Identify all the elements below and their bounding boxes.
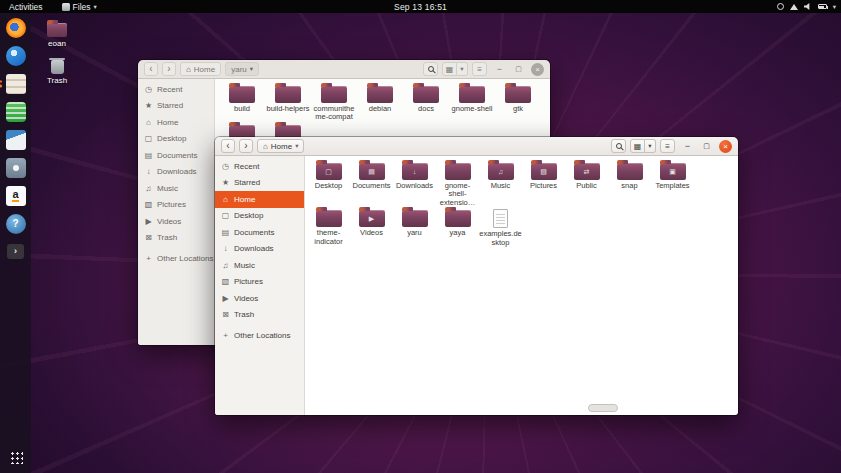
file-communitheme-compat[interactable]: communitheme-compat	[311, 83, 357, 122]
sidebar-item-label: Home	[157, 118, 178, 127]
file-examples-desktop[interactable]: examples.desktop	[479, 207, 522, 247]
file-theme-indicator[interactable]: theme-indicator	[307, 207, 350, 247]
sidebar-item-videos[interactable]: ▶ Videos	[215, 290, 304, 307]
sidebar-item-recent[interactable]: ◷ Recent	[215, 158, 304, 175]
dock-item-rhythmbox[interactable]	[5, 101, 26, 122]
sidebar-item-home[interactable]: ⌂ Home	[215, 191, 304, 208]
dock-item-ubuntu-software[interactable]	[5, 157, 26, 178]
dock-item-terminal[interactable]: ›	[5, 241, 26, 262]
sidebar-item-label: Trash	[234, 310, 254, 319]
folder-emblem-icon	[617, 163, 643, 180]
file-debian[interactable]: debian	[357, 83, 403, 122]
sidebar-item-downloads[interactable]: ↓ Downloads	[215, 241, 304, 258]
sidebar-item-starred[interactable]: ★ Starred	[215, 175, 304, 192]
folder-icon	[402, 210, 428, 227]
dock-item-firefox[interactable]	[5, 17, 26, 38]
sidebar-item-trash[interactable]: ⊠ Trash	[215, 307, 304, 324]
view-grid-button[interactable]: ▦	[630, 139, 645, 153]
sidebar-item-music[interactable]: ♫ Music	[215, 257, 304, 274]
app-menu-button[interactable]: Files ▾	[62, 2, 97, 12]
maximize-button[interactable]: ▢	[700, 140, 713, 153]
file-downloads[interactable]: ↓ Downloads	[393, 160, 436, 207]
path-current-button[interactable]: ⌂ Home ▾	[257, 139, 304, 153]
sidebar-item-label: Downloads	[234, 244, 274, 253]
headerbar[interactable]: ‹ › ⌂ Home ▾ ▦ ▾ ≡ − ▢ ×	[215, 137, 738, 156]
back-button[interactable]: ‹	[144, 62, 158, 76]
close-button[interactable]: ×	[719, 140, 732, 153]
sidebar-item-recent[interactable]: ◷ Recent	[138, 81, 214, 98]
sidebar-item-desktop[interactable]: ▢ Desktop	[138, 131, 214, 148]
file-label: yaru	[393, 229, 436, 237]
file-public[interactable]: ⇄ Public	[565, 160, 608, 207]
folder-emblem-icon: ♫	[488, 163, 514, 180]
file-gnome-shell-extensions[interactable]: gnome-shell-extensio…	[436, 160, 479, 207]
files-app-icon	[62, 3, 70, 11]
dock-item-help[interactable]: ?	[5, 213, 26, 234]
search-button[interactable]	[423, 62, 438, 76]
sidebar-item-other-locations[interactable]: + Other Locations	[215, 327, 304, 344]
folder-icon	[459, 86, 485, 103]
file-documents[interactable]: ▤ Documents	[350, 160, 393, 207]
activities-button[interactable]: Activities	[0, 0, 52, 13]
close-button[interactable]: ×	[531, 63, 544, 76]
minimize-button[interactable]: −	[681, 140, 694, 153]
search-button[interactable]	[611, 139, 626, 153]
show-applications-button[interactable]	[5, 446, 26, 467]
dock-item-libreoffice-writer[interactable]	[5, 129, 26, 150]
sidebar-item-music[interactable]: ♫ Music	[138, 180, 214, 197]
sidebar-item-icon: ↓	[144, 167, 153, 176]
folder-emblem-icon: ⇄	[574, 163, 600, 180]
sidebar-item-downloads[interactable]: ↓ Downloads	[138, 164, 214, 181]
sidebar-item-documents[interactable]: ▤ Documents	[138, 147, 214, 164]
view-grid-button[interactable]: ▦	[442, 62, 457, 76]
clock[interactable]: Sep 13 16:51	[394, 2, 447, 12]
file-desktop[interactable]: ▢ Desktop	[307, 160, 350, 207]
app-grid-icon	[9, 450, 23, 464]
sidebar-item-desktop[interactable]: ▢ Desktop	[215, 208, 304, 225]
file-templates[interactable]: ▣ Templates	[651, 160, 694, 207]
file-gnome-shell[interactable]: gnome-shell	[449, 83, 495, 122]
back-button[interactable]: ‹	[221, 139, 235, 153]
file-label: gnome-shell	[449, 105, 495, 113]
minimize-button[interactable]: −	[493, 63, 506, 76]
sidebar-item-other-locations[interactable]: + Other Locations	[138, 250, 214, 267]
maximize-button[interactable]: ▢	[512, 63, 525, 76]
headerbar[interactable]: ‹ › ⌂ Home yaru ▾ ▦ ▾ ≡ − ▢ ×	[138, 60, 550, 79]
view-options-button[interactable]: ▾	[457, 62, 468, 76]
file-docs[interactable]: docs	[403, 83, 449, 122]
sidebar-item-label: Videos	[234, 294, 258, 303]
sidebar-item-documents[interactable]: ▤ Documents	[215, 224, 304, 241]
sidebar-item-icon: ♫	[221, 261, 230, 270]
sidebar-item-label: Recent	[157, 85, 182, 94]
dock-item-thunderbird[interactable]	[5, 45, 26, 66]
file-pictures[interactable]: ▧ Pictures	[522, 160, 565, 207]
dock-item-amazon[interactable]: a	[5, 185, 26, 206]
file-gtk[interactable]: gtk	[495, 83, 541, 122]
file-label: Downloads	[393, 182, 436, 190]
sidebar-item-pictures[interactable]: ▧ Pictures	[215, 274, 304, 291]
menu-button[interactable]: ≡	[660, 139, 675, 153]
path-current-button[interactable]: yaru ▾	[225, 62, 259, 76]
sidebar-item-pictures[interactable]: ▧ Pictures	[138, 197, 214, 214]
file-snap[interactable]: snap	[608, 160, 651, 207]
file-videos[interactable]: ▶ Videos	[350, 207, 393, 247]
system-status-area[interactable]: ▾	[777, 0, 836, 13]
path-home-button[interactable]: ⌂ Home	[180, 62, 221, 76]
file-music[interactable]: ♫ Music	[479, 160, 522, 207]
view-options-button[interactable]: ▾	[645, 139, 656, 153]
sidebar-item-starred[interactable]: ★ Starred	[138, 98, 214, 115]
sidebar-item-home[interactable]: ⌂ Home	[138, 114, 214, 131]
dock-item-files[interactable]	[5, 73, 26, 94]
desktop-icon-eoan[interactable]: eoan	[35, 20, 79, 48]
file-build[interactable]: build	[219, 83, 265, 122]
desktop-icon-trash[interactable]: Trash	[35, 60, 79, 85]
forward-button[interactable]: ›	[239, 139, 253, 153]
menu-button[interactable]: ≡	[472, 62, 487, 76]
sidebar-item-videos[interactable]: ▶ Videos	[138, 213, 214, 230]
file-yaru[interactable]: yaru	[393, 207, 436, 247]
sidebar-item-trash[interactable]: ⊠ Trash	[138, 230, 214, 247]
forward-button[interactable]: ›	[162, 62, 176, 76]
file-yaya[interactable]: yaya	[436, 207, 479, 247]
file-grid[interactable]: ▢ Desktop ▤ Documents ↓ Downloads gnome-…	[305, 156, 738, 415]
file-build-helpers[interactable]: build-helpers	[265, 83, 311, 122]
